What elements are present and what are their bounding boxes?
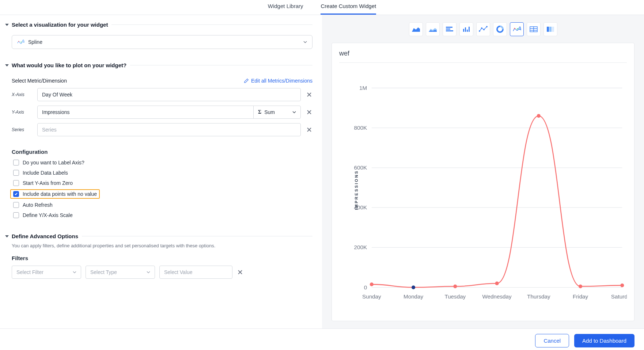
chevron-down-icon [5,24,9,26]
x-tick: Thursday [527,293,550,300]
svg-rect-6 [463,29,464,32]
config-option-label: Define Y/X-Axis Scale [23,212,73,218]
aggregation-value: Sum [264,109,275,115]
chart-type-donut[interactable] [493,22,507,36]
section-plot[interactable]: What would you like to plot on your widg… [5,59,126,71]
y-axis-title: IMPRESSIONS [354,170,359,210]
svg-rect-23 [549,27,552,32]
remove-filter-button[interactable] [237,269,243,275]
checkbox[interactable] [13,191,19,197]
edit-metrics-label: Edit all Metrics/Dimensions [251,78,312,84]
config-option-label: Include Data Labels [23,170,68,176]
y-axis-label: Y-Axis [12,110,32,115]
series-select[interactable]: Series [37,123,301,136]
filters-title: Filters [12,255,312,261]
remove-y-axis-button[interactable] [306,109,312,115]
svg-rect-22 [547,27,549,32]
svg-rect-3 [446,27,452,28]
filter-select-placeholder: Select Filter [16,269,43,275]
x-tick: Sunday [362,293,381,300]
spline-icon [17,39,24,45]
filter-type-select[interactable]: Select Type [86,266,155,279]
svg-rect-7 [465,27,466,32]
x-axis-select[interactable]: Day Of Week [37,88,301,101]
x-tick: Wednesday [482,293,512,300]
svg-point-12 [483,29,485,30]
chevron-down-icon [303,40,307,44]
svg-rect-9 [469,27,470,32]
section-plot-label: What would you like to plot on your widg… [12,62,126,68]
y-tick: 1M [359,85,367,91]
config-option: Include data points with no value [10,189,100,199]
filter-select[interactable]: Select Filter [12,266,81,279]
chart-type-table[interactable] [527,22,541,36]
remove-x-axis-button[interactable] [306,91,312,98]
filter-value-select[interactable]: Select Value [159,266,232,279]
tab-widget-library[interactable]: Widget Library [268,0,303,15]
filter-value-placeholder: Select Value [164,269,193,275]
svg-point-16 [517,28,518,30]
y-axis-select[interactable]: Impressions [37,106,254,119]
chevron-down-icon [73,270,76,274]
section-advanced-label: Define Advanced Options [12,233,78,239]
x-tick: Monday [404,293,424,300]
divider [111,24,312,25]
config-option: Do you want to Label Axis? [12,159,312,167]
svg-rect-8 [467,30,468,32]
config-option-label: Do you want to Label Axis? [23,160,84,166]
sigma-icon: Σ [258,109,261,115]
svg-point-15 [514,28,515,29]
checkbox[interactable] [13,202,19,208]
config-option: Define Y/X-Axis Scale [12,211,312,219]
checkbox[interactable] [13,212,19,218]
data-point[interactable] [412,285,415,289]
checkbox[interactable] [13,170,19,176]
data-point[interactable] [453,285,457,288]
chart-type-spline[interactable] [510,22,524,36]
chevron-down-icon [147,270,150,274]
svg-point-13 [486,26,488,27]
config-option: Include Data Labels [12,169,312,177]
chart-type-bar-vertical[interactable] [459,22,473,36]
cancel-button[interactable]: Cancel [535,334,569,347]
filter-type-placeholder: Select Type [90,269,117,275]
y-tick: 0 [364,284,367,290]
y-tick: 200K [354,244,367,250]
edit-metrics-link[interactable]: Edit all Metrics/Dimensions [244,78,312,84]
chart-type-area[interactable] [409,22,423,36]
pencil-icon [244,78,249,83]
chart-type-bar-horizontal[interactable] [443,22,457,36]
visualization-select[interactable]: Spline [12,35,312,49]
section-visualization-label: Select a visualization for your widget [12,22,108,28]
remove-series-button[interactable] [306,126,312,133]
y-tick: 800K [354,125,367,131]
data-point[interactable] [537,114,541,118]
svg-rect-5 [446,30,453,31]
svg-point-10 [479,30,480,32]
data-point[interactable] [495,282,499,285]
divider [130,65,312,65]
series-label: Series [12,127,32,132]
checkbox[interactable] [13,180,19,186]
config-option-label: Auto Refresh [23,202,53,208]
add-to-dashboard-button[interactable]: Add to Dashboard [574,334,634,347]
data-point[interactable] [579,285,582,288]
svg-point-1 [21,42,22,43]
data-point[interactable] [370,282,374,286]
visualization-value: Spline [28,39,42,45]
divider [82,236,312,236]
chart-type-area-stacked[interactable] [426,22,440,36]
section-visualization[interactable]: Select a visualization for your widget [5,19,108,31]
chevron-down-icon [292,110,296,114]
config-option: Auto Refresh [12,201,312,209]
section-advanced[interactable]: Define Advanced Options [5,230,78,242]
x-tick: Saturday [611,293,627,300]
chart-type-heatmap[interactable] [543,22,557,36]
data-point[interactable] [620,284,624,287]
aggregation-select[interactable]: Σ Sum [253,106,301,119]
chevron-down-icon [5,235,9,237]
checkbox[interactable] [13,160,19,166]
tab-create-custom-widget[interactable]: Create Custom Widget [321,0,376,15]
chart-type-scatter[interactable] [476,22,490,36]
svg-point-17 [519,28,520,30]
